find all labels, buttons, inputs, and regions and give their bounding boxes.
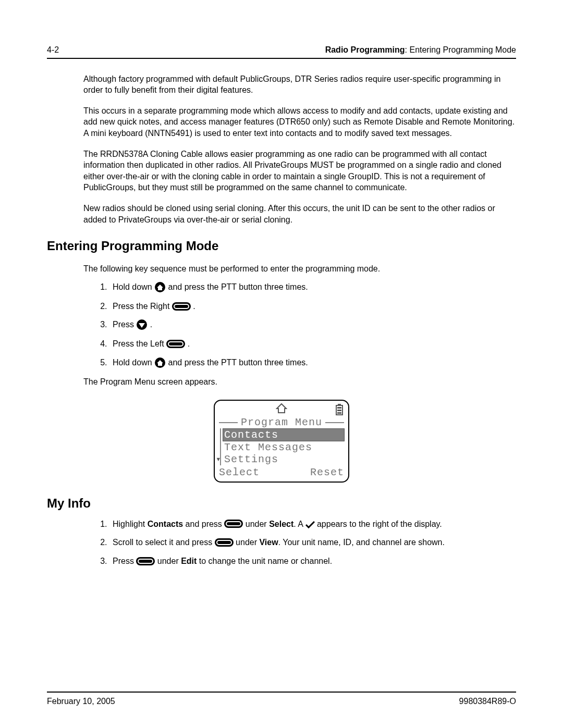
lcd-title-line xyxy=(325,422,344,423)
step-text: . xyxy=(188,339,190,348)
footer-rule xyxy=(47,692,516,693)
paragraph: New radios should be cloned using serial… xyxy=(83,203,516,225)
bold-word: Edit xyxy=(181,557,197,565)
softkey-icon xyxy=(136,557,155,565)
step-text: and press the PTT button three times. xyxy=(168,358,308,367)
step-text: Highlight xyxy=(113,520,148,528)
step-text: . Your unit name, ID, and channel are sh… xyxy=(278,538,445,547)
step-text: and press xyxy=(183,520,224,528)
step-text: Scroll to select it and press xyxy=(113,538,215,547)
svg-rect-7 xyxy=(337,412,341,414)
page: 4-2 Radio Programming: Entering Programm… xyxy=(0,0,563,728)
after-steps-text: The Program Menu screen appears. xyxy=(83,376,516,388)
running-header: 4-2 Radio Programming: Entering Programm… xyxy=(47,44,516,58)
lcd-menu-item: Contacts xyxy=(223,428,345,441)
step-text: to change the unit name or channel. xyxy=(197,557,332,565)
body-text-block: Although factory programmed with default… xyxy=(83,73,516,226)
lcd-softkey-right: Reset xyxy=(310,466,344,478)
step-text: under xyxy=(243,520,269,528)
down-arrow-icon xyxy=(136,319,148,330)
step-text: Hold down xyxy=(113,358,154,367)
bold-word: Select xyxy=(269,520,293,528)
step-text: appears to the right of the display. xyxy=(315,520,442,528)
list-item: Hold down and press the PTT button three… xyxy=(109,281,516,293)
home-icon xyxy=(154,357,166,368)
lcd-title: Program Menu xyxy=(240,416,323,428)
list-item: Highlight Contacts and press under Selec… xyxy=(109,519,516,530)
softkey-icon xyxy=(172,302,191,311)
lcd-title-line xyxy=(219,422,238,423)
battery-icon xyxy=(336,404,343,418)
svg-rect-6 xyxy=(337,410,341,411)
step-text: . xyxy=(193,302,195,311)
lcd-menu-box: Contacts Text Messages Settings ▾ xyxy=(220,428,344,465)
footer-date: February 10, 2005 xyxy=(47,696,115,707)
step-text: and press the PTT button three times. xyxy=(168,282,308,291)
step-text: Press the Left xyxy=(113,339,166,348)
softkey-icon xyxy=(215,538,234,547)
header-rule xyxy=(47,58,516,59)
footer: February 10, 2005 9980384R89-O xyxy=(47,696,516,707)
step-text: Press the Right xyxy=(113,302,172,311)
list-item: Hold down and press the PTT button three… xyxy=(109,357,516,369)
lcd-softkey-row: Select Reset xyxy=(219,466,344,478)
lcd-menu-item: Text Messages xyxy=(223,441,344,453)
step-text: . xyxy=(150,320,152,329)
list-item: Press the Left . xyxy=(109,338,516,350)
home-icon xyxy=(154,281,166,293)
svg-rect-5 xyxy=(337,407,341,409)
heading-my-info: My Info xyxy=(47,495,516,512)
list-item: Press under Edit to change the unit name… xyxy=(109,556,516,567)
list-item: Scroll to select it and press under View… xyxy=(109,537,516,548)
paragraph: Although factory programmed with default… xyxy=(83,73,516,96)
step-text: Press xyxy=(113,557,136,565)
check-icon xyxy=(305,520,315,527)
chapter-name: Radio Programming xyxy=(325,45,405,54)
section-name: Entering Programming Mode xyxy=(409,45,516,54)
step-text: under xyxy=(234,538,260,547)
paragraph: The RRDN5378A Cloning Cable allows easie… xyxy=(83,149,516,193)
bold-word: Contacts xyxy=(148,520,183,528)
list-item: Press the Right . xyxy=(109,301,516,312)
step-text: Hold down xyxy=(113,282,154,291)
paragraph: This occurs in a separate programming mo… xyxy=(83,105,516,139)
lcd-softkey-left: Select xyxy=(219,466,260,478)
running-header-title: Radio Programming: Entering Programming … xyxy=(325,44,516,56)
home-icon xyxy=(276,403,287,416)
softkey-icon xyxy=(224,520,243,528)
heading-entering-programming-mode: Entering Programming Mode xyxy=(47,238,516,254)
step-text: . A xyxy=(293,520,305,528)
bold-word: View xyxy=(259,538,278,547)
intro-line: The following key sequence must be perfo… xyxy=(83,263,516,275)
softkey-icon xyxy=(166,340,185,348)
lcd-title-row: Program Menu xyxy=(219,416,344,428)
step-text: Press xyxy=(113,320,136,329)
footer-doc-number: 9980384R89-O xyxy=(459,696,516,707)
lcd-status-bar xyxy=(219,404,344,415)
lcd-menu-item: Settings xyxy=(223,453,344,465)
list-item: Press . xyxy=(109,319,516,331)
enter-steps-list: Hold down and press the PTT button three… xyxy=(109,281,516,368)
lcd-screen: Program Menu Contacts Text Messages Sett… xyxy=(214,400,349,483)
page-number: 4-2 xyxy=(47,44,59,56)
scroll-down-indicator-icon: ▾ xyxy=(216,455,222,464)
step-text: under xyxy=(155,557,181,565)
myinfo-steps-list: Highlight Contacts and press under Selec… xyxy=(109,519,516,567)
